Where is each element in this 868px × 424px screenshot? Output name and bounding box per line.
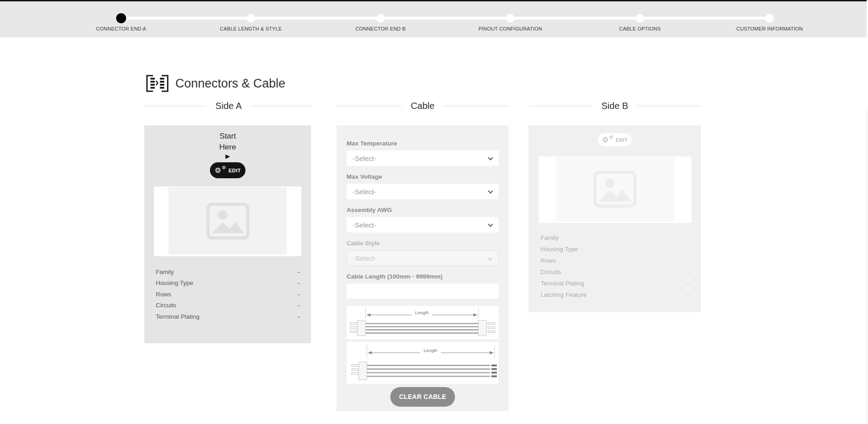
image-inner-panel: [168, 187, 287, 254]
property-label: Latching Feature: [541, 291, 587, 298]
property-row-rows: Rows -: [541, 255, 689, 266]
right-arrow-icon: ▶: [144, 153, 311, 160]
side-a-edit-button[interactable]: ⚙⚙ EDIT: [210, 162, 245, 178]
cable-style-diagram-left-connector: Length: [347, 342, 499, 383]
side-b-edit-button[interactable]: ⚙⚙ EDIT: [598, 133, 632, 146]
clear-cable-button[interactable]: CLEAR CABLE: [390, 387, 455, 407]
property-row-terminal-plating: Terminal Plating -: [541, 278, 689, 289]
field-label: Cable Style: [347, 240, 499, 250]
gear-icon: ⚙: [214, 167, 221, 174]
image-placeholder-icon: [206, 202, 250, 240]
chevron-down-icon: [488, 155, 493, 160]
field-label: Assembly AWG: [347, 207, 499, 217]
field-cable-length-100mm-9999mm: Cable Length (100mm - 9999mm): [347, 273, 499, 299]
page-title: Connectors & Cable: [145, 75, 286, 92]
heading-divider: [251, 106, 313, 106]
step-label: CABLE OPTIONS: [619, 26, 661, 31]
field-value: -Select-: [353, 254, 377, 262]
property-value: -: [298, 302, 300, 309]
property-row-circuits: Circuits -: [156, 300, 300, 311]
cable-style-select[interactable]: -Select-: [347, 250, 499, 266]
property-value: -: [687, 269, 689, 275]
property-label: Terminal Plating: [156, 313, 199, 320]
property-row-family: Family -: [541, 232, 689, 243]
cable-card: Max Temperature -Select- Max Voltage -Se…: [337, 125, 509, 411]
progress-stepper: CONNECTOR END A CABLE LENGTH & STYLE CON…: [121, 1, 770, 37]
field-value: -Select-: [352, 155, 376, 162]
side-b-card: ⚙⚙ EDIT Family - Housing Type: [529, 125, 701, 312]
step-dot-icon: [376, 14, 385, 23]
cable-length-100mm-9999mm-input[interactable]: [347, 284, 499, 299]
side-a-heading: Side A: [144, 99, 313, 112]
property-value: -: [687, 257, 689, 264]
cable-configurator-page: CONNECTOR END A CABLE LENGTH & STYLE CON…: [0, 0, 868, 424]
property-value: -: [298, 269, 300, 275]
property-label: Family: [156, 269, 174, 275]
property-row-rows: Rows -: [156, 289, 300, 300]
property-label: Housing Type: [541, 246, 578, 253]
property-row-latching-feature: Latching Feature -: [541, 289, 689, 300]
step-dot-icon: [636, 14, 644, 23]
side-b-connector-image-placeholder: [539, 156, 691, 223]
scrollbar-edge-line[interactable]: [867, 109, 867, 424]
cable-heading-text: Cable: [411, 101, 434, 111]
start-hint-line1: Start: [144, 131, 311, 142]
max-voltage-select[interactable]: -Select-: [347, 184, 499, 199]
side-b-properties: Family - Housing Type - Rows - Circuits …: [538, 232, 691, 300]
property-value: -: [687, 234, 689, 241]
property-row-housing-type: Housing Type -: [156, 278, 300, 289]
field-value: -Select-: [352, 221, 376, 229]
property-row-circuits: Circuits -: [541, 266, 689, 278]
progress-header: CONNECTOR END A CABLE LENGTH & STYLE CON…: [0, 1, 867, 37]
property-label: Circuits: [156, 302, 176, 309]
length-label: Length: [415, 310, 429, 315]
heading-divider: [637, 106, 701, 106]
property-value: -: [687, 246, 689, 253]
property-value: -: [687, 280, 689, 287]
max-temperature-select[interactable]: -Select-: [347, 150, 499, 166]
field-text-input[interactable]: [351, 287, 494, 295]
edit-button-label: EDIT: [616, 137, 628, 143]
step-label: PINOUT CONFIGURATION: [478, 26, 542, 31]
cable-fields: Max Temperature -Select- Max Voltage -Se…: [347, 140, 499, 299]
step-label: CONNECTOR END A: [96, 26, 146, 31]
property-row-terminal-plating: Terminal Plating -: [156, 311, 300, 322]
length-label: Length: [424, 348, 437, 353]
image-placeholder-icon: [593, 171, 637, 208]
edit-button-label: EDIT: [229, 168, 241, 173]
step-label: CABLE LENGTH & STYLE: [220, 26, 282, 31]
gear-icon: ⚙: [602, 136, 609, 144]
field-assembly-awg: Assembly AWG -Select-: [347, 207, 499, 233]
property-value: -: [687, 291, 689, 298]
connector-pair-icon: [145, 75, 170, 92]
chevron-down-icon: [488, 188, 493, 193]
property-label: Family: [541, 234, 559, 241]
side-b-heading: Side B: [529, 99, 701, 112]
property-label: Rows: [156, 291, 171, 298]
property-label: Circuits: [541, 269, 561, 275]
property-label: Terminal Plating: [541, 280, 584, 287]
gear-small-icon: ⚙: [609, 135, 613, 140]
property-label: Housing Type: [156, 279, 193, 286]
field-label: Max Temperature: [347, 140, 499, 150]
cable-heading: Cable: [337, 99, 509, 112]
side-a-card: Start Here ▶ ⚙⚙ EDIT Family -: [144, 125, 311, 343]
step-label: CONNECTOR END B: [355, 26, 405, 31]
chevron-down-icon: [487, 255, 492, 260]
page-title-text: Connectors & Cable: [175, 77, 286, 91]
field-value: -Select-: [352, 188, 376, 196]
side-a-connector-image-placeholder: [154, 186, 301, 256]
property-value: -: [298, 279, 300, 286]
field-cable-style: Cable Style -Select-: [347, 240, 499, 266]
field-max-temperature: Max Temperature -Select-: [347, 140, 499, 166]
step-label: CUSTOMER INFORMATION: [736, 26, 803, 31]
start-hint-line2: Here: [144, 142, 311, 153]
property-row-family: Family -: [156, 266, 300, 278]
property-value: -: [298, 291, 300, 298]
assembly-awg-select[interactable]: -Select-: [347, 217, 499, 233]
property-label: Rows: [541, 257, 556, 264]
field-label: Cable Length (100mm - 9999mm): [347, 273, 499, 284]
gear-small-icon: ⚙: [222, 165, 226, 170]
side-a-properties: Family - Housing Type - Rows - Circuits …: [144, 266, 311, 322]
step-dot-icon: [246, 14, 255, 23]
